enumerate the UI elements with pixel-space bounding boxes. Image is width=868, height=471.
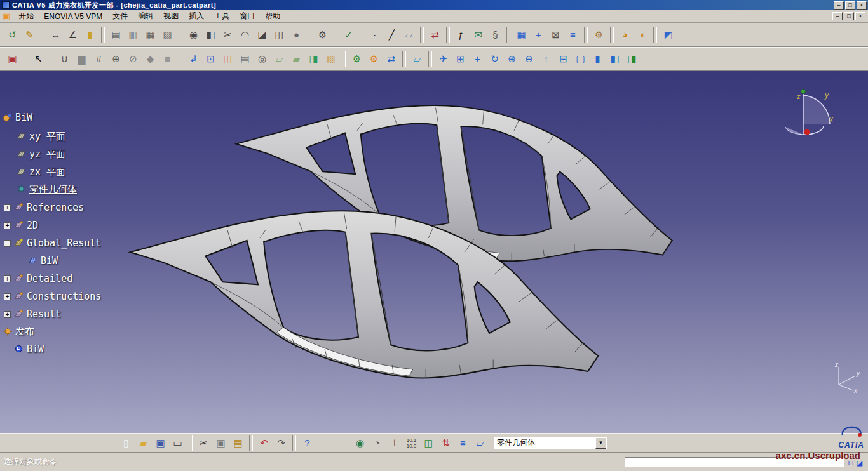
plane-icon[interactable] (17, 149, 27, 159)
window-frame-icon[interactable]: ⊡ (203, 51, 219, 67)
tree-item-label[interactable]: 2D (27, 220, 38, 231)
macro-gear-icon[interactable]: ⚙ (591, 27, 607, 43)
redo-icon[interactable]: ↷ (273, 435, 289, 451)
grid-icon[interactable]: # (91, 51, 107, 67)
menu-insert[interactable]: 插入 (184, 10, 209, 23)
menu-edit[interactable]: 编辑 (133, 10, 158, 23)
web-connect-icon[interactable]: ◉ (352, 435, 368, 451)
plane-icon[interactable] (17, 131, 27, 142)
tree-item-label[interactable]: yz 平面 (29, 149, 65, 161)
lock-icon[interactable]: ⊠ (548, 27, 564, 43)
apply-material-icon[interactable]: ◫ (421, 435, 437, 451)
thick-surface-icon[interactable]: ▨ (323, 51, 339, 67)
swap-visible-icon[interactable]: ◨ (624, 51, 640, 67)
body-selector-combo[interactable]: 零件几何体 ▼ (494, 437, 607, 449)
sketch-edit-icon[interactable]: ✎ (22, 27, 37, 43)
biw-node-icon[interactable] (14, 344, 24, 354)
history-icon[interactable]: ◔ (369, 435, 385, 451)
chevron-down-icon[interactable]: ▼ (595, 437, 606, 449)
fit-all-in-icon[interactable]: ⊞ (452, 51, 468, 67)
start-icon[interactable]: ▣ (3, 11, 10, 21)
sketcher-icon[interactable]: ↲ (186, 51, 201, 67)
hide-show-icon[interactable]: ◧ (607, 51, 623, 67)
paste-icon[interactable]: ▤ (230, 435, 246, 451)
snap-axis-icon[interactable]: + (531, 27, 546, 43)
root-gear-icon[interactable] (3, 112, 13, 123)
material-library-icon[interactable]: ▦ (142, 27, 158, 43)
shading-material-icon[interactable]: ◖ (634, 27, 650, 43)
tree-item-label[interactable]: 零件几何体 (29, 183, 77, 196)
extract-icon[interactable]: ◪ (254, 27, 270, 43)
menu-enovia[interactable]: ENOVIA V5 VPM (39, 11, 107, 22)
tree-item-label[interactable]: 发布 (15, 326, 34, 338)
record-icon[interactable]: ◎ (254, 51, 270, 67)
tree-item-label[interactable]: xy 平面 (29, 131, 65, 143)
menu-window[interactable]: 窗口 (234, 10, 260, 23)
check-analysis-icon[interactable]: ✓ (341, 27, 356, 43)
mass-properties-icon[interactable]: ▮ (82, 27, 98, 43)
tree-item-label[interactable]: Global_Result (27, 237, 101, 249)
rotate-icon[interactable]: ↻ (487, 51, 503, 67)
open-body-icon[interactable] (14, 309, 24, 319)
transform-icon[interactable]: ⇄ (427, 27, 443, 43)
fill-surface-icon[interactable]: ▰ (288, 51, 304, 67)
view-compass[interactable]: z y x (779, 85, 836, 155)
rule-icon[interactable]: § (487, 27, 503, 43)
tree-item-label[interactable]: Constructions (27, 291, 101, 302)
shade-cube-icon[interactable]: ■ (159, 51, 175, 67)
publication-icon[interactable] (3, 326, 13, 336)
undo-icon[interactable]: ↶ (256, 435, 272, 451)
join-icon[interactable]: ◉ (186, 27, 201, 43)
viewport-3d[interactable]: BiW xy 平面 yz 平面 zx 平面 零件几何体 + Refe (0, 71, 868, 433)
menu-help[interactable]: 帮助 (260, 10, 285, 23)
close-button[interactable]: × (857, 1, 867, 10)
material-icon[interactable]: ◕ (617, 27, 633, 43)
mask-cube-icon[interactable]: ◆ (142, 51, 158, 67)
gear-icon[interactable]: ⚙ (315, 27, 330, 43)
menu-tools[interactable]: 工具 (209, 10, 234, 23)
fly-mode-icon[interactable]: ✈ (435, 51, 451, 67)
restore-button[interactable]: □ (845, 1, 855, 10)
point-icon[interactable]: ∙ (367, 27, 383, 43)
menu-start[interactable]: 开始 (13, 10, 39, 23)
tree-item-label[interactable]: zx 平面 (29, 166, 65, 178)
section-icon[interactable]: ◩ (660, 27, 676, 43)
new-file-icon[interactable]: ▯ (118, 435, 134, 451)
tree-item-label[interactable]: BiW (27, 343, 44, 355)
open-body-icon[interactable] (14, 202, 24, 213)
offset-icon[interactable]: ◨ (306, 51, 322, 67)
group-icon[interactable]: ∪ (57, 51, 72, 67)
expander-plus[interactable]: + (4, 293, 11, 300)
normal-view-icon[interactable]: ↑ (538, 51, 554, 67)
sheets-icon[interactable]: ▤ (237, 51, 253, 67)
measure-item-icon[interactable]: ∠ (65, 27, 81, 43)
expander-plus[interactable]: + (4, 204, 11, 211)
layers-icon[interactable]: ≡ (565, 27, 581, 43)
measure-between-icon[interactable]: ↔ (48, 27, 64, 43)
select-icon[interactable]: ↖ (31, 51, 46, 67)
plane-icon[interactable] (17, 167, 27, 177)
render-style-icon[interactable]: ▮ (590, 51, 606, 67)
boundary-icon[interactable]: ◠ (237, 27, 253, 43)
catalog-gear-icon[interactable]: ⚙ (349, 51, 365, 67)
doc-restore-button[interactable]: □ (844, 12, 854, 20)
open-body-icon[interactable] (14, 274, 24, 284)
layer-plane-icon[interactable]: ▱ (409, 51, 425, 67)
browser-icon[interactable]: ▧ (159, 27, 175, 43)
surface-grid-icon[interactable] (28, 256, 38, 266)
expander-plus[interactable]: + (4, 311, 11, 318)
part-body-icon[interactable] (17, 184, 27, 194)
multi-view-icon[interactable]: ⊟ (555, 51, 571, 67)
menu-file[interactable]: 文件 (107, 10, 133, 23)
cut-icon[interactable]: ✂ (196, 435, 212, 451)
open-icon[interactable]: ▰ (135, 435, 151, 451)
zoom-out-icon[interactable]: ⊖ (521, 51, 537, 67)
comment-icon[interactable]: ✉ (470, 27, 486, 43)
library-icon[interactable]: ▥ (125, 27, 141, 43)
line-icon[interactable]: ╱ (384, 27, 400, 43)
expander-minus[interactable]: - (4, 240, 11, 247)
tree-item-label[interactable]: Detailed (27, 273, 72, 284)
plane-icon[interactable]: ▱ (401, 27, 417, 43)
tree-item-label[interactable]: BiW (15, 112, 32, 123)
work-plane-icon[interactable]: ▱ (472, 435, 488, 451)
